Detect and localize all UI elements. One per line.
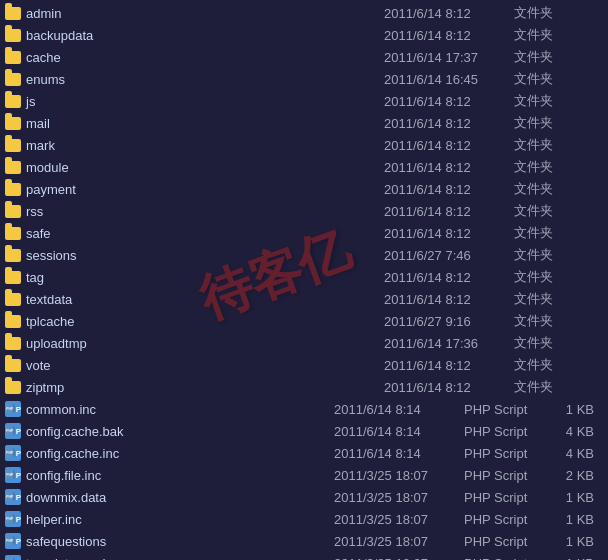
list-item[interactable]: enums2011/6/14 16:45文件夹 — [0, 68, 608, 90]
file-name: sessions — [26, 248, 384, 263]
file-date: 2011/6/27 9:16 — [384, 314, 514, 329]
file-name: tag — [26, 270, 384, 285]
php-file-icon: PHP — [4, 489, 22, 505]
file-size: 2 KB — [554, 468, 604, 483]
svg-rect-22 — [13, 516, 15, 523]
folder-icon — [4, 71, 22, 87]
folder-icon — [4, 115, 22, 131]
svg-rect-2 — [13, 406, 15, 413]
file-name: uploadtmp — [26, 336, 384, 351]
list-item[interactable]: PHP template.rand2011/3/25 18:07PHP Scri… — [0, 552, 608, 560]
file-type: 文件夹 — [514, 180, 604, 198]
file-name: enums — [26, 72, 384, 87]
file-name: downmix.data — [26, 490, 334, 505]
svg-marker-17 — [13, 492, 15, 494]
file-type: 文件夹 — [514, 70, 604, 88]
file-type: 文件夹 — [514, 114, 604, 132]
folder-icon — [4, 49, 22, 65]
list-item[interactable]: PHP common.inc2011/6/14 8:14PHP Script1 … — [0, 398, 608, 420]
list-item[interactable]: admin2011/6/14 8:12文件夹 — [0, 2, 608, 24]
list-item[interactable]: ziptmp2011/6/14 8:12文件夹 — [0, 376, 608, 398]
list-item[interactable]: js2011/6/14 8:12文件夹 — [0, 90, 608, 112]
svg-marker-1 — [13, 404, 15, 406]
file-date: 2011/6/14 8:12 — [384, 28, 514, 43]
svg-rect-10 — [13, 450, 15, 457]
list-item[interactable]: payment2011/6/14 8:12文件夹 — [0, 178, 608, 200]
file-date: 2011/6/14 8:12 — [384, 270, 514, 285]
file-type: PHP Script — [464, 424, 554, 439]
file-type: 文件夹 — [514, 224, 604, 242]
file-date: 2011/6/14 8:12 — [384, 116, 514, 131]
list-item[interactable]: vote2011/6/14 8:12文件夹 — [0, 354, 608, 376]
file-type: 文件夹 — [514, 92, 604, 110]
file-name: mark — [26, 138, 384, 153]
svg-marker-5 — [13, 426, 15, 428]
file-name: backupdata — [26, 28, 384, 43]
list-item[interactable]: tplcache2011/6/27 9:16文件夹 — [0, 310, 608, 332]
php-file-icon: PHP — [4, 555, 22, 560]
list-item[interactable]: PHP downmix.data2011/3/25 18:07PHP Scrip… — [0, 486, 608, 508]
list-item[interactable]: tag2011/6/14 8:12文件夹 — [0, 266, 608, 288]
file-date: 2011/6/14 8:12 — [384, 160, 514, 175]
file-name: safequestions — [26, 534, 334, 549]
file-type: PHP Script — [464, 490, 554, 505]
list-item[interactable]: textdata2011/6/14 8:12文件夹 — [0, 288, 608, 310]
file-date: 2011/3/25 18:07 — [334, 468, 464, 483]
file-type: 文件夹 — [514, 246, 604, 264]
list-item[interactable]: sessions2011/6/27 7:46文件夹 — [0, 244, 608, 266]
list-item[interactable]: backupdata2011/6/14 8:12文件夹 — [0, 24, 608, 46]
folder-icon — [4, 313, 22, 329]
svg-rect-14 — [13, 472, 15, 479]
file-size: 1 KB — [554, 534, 604, 549]
file-type: 文件夹 — [514, 136, 604, 154]
file-size: 1 KB — [554, 512, 604, 527]
folder-icon — [4, 203, 22, 219]
list-item[interactable]: PHP safequestions2011/3/25 18:07PHP Scri… — [0, 530, 608, 552]
list-item[interactable]: PHP config.cache.bak2011/6/14 8:14PHP Sc… — [0, 420, 608, 442]
file-size: 1 KB — [554, 490, 604, 505]
svg-text:PHP: PHP — [6, 473, 14, 477]
file-date: 2011/6/14 8:12 — [384, 380, 514, 395]
folder-icon — [4, 335, 22, 351]
list-item[interactable]: module2011/6/14 8:12文件夹 — [0, 156, 608, 178]
php-file-icon: PHP — [4, 467, 22, 483]
folder-icon — [4, 27, 22, 43]
folder-icon — [4, 225, 22, 241]
file-name: ziptmp — [26, 380, 384, 395]
file-date: 2011/6/14 8:14 — [334, 424, 464, 439]
list-item[interactable]: rss2011/6/14 8:12文件夹 — [0, 200, 608, 222]
file-date: 2011/6/14 8:12 — [384, 138, 514, 153]
folder-icon — [4, 93, 22, 109]
list-item[interactable]: mail2011/6/14 8:12文件夹 — [0, 112, 608, 134]
list-item[interactable]: uploadtmp2011/6/14 17:36文件夹 — [0, 332, 608, 354]
folder-icon — [4, 181, 22, 197]
file-type: 文件夹 — [514, 202, 604, 220]
list-item[interactable]: mark2011/6/14 8:12文件夹 — [0, 134, 608, 156]
list-item[interactable]: PHP helper.inc2011/3/25 18:07PHP Script1… — [0, 508, 608, 530]
list-item[interactable]: PHP config.file.inc2011/3/25 18:07PHP Sc… — [0, 464, 608, 486]
file-size: 1 KB — [554, 402, 604, 417]
file-name: mail — [26, 116, 384, 131]
svg-text:PHP: PHP — [6, 407, 14, 411]
file-date: 2011/6/14 8:12 — [384, 94, 514, 109]
file-name: cache — [26, 50, 384, 65]
file-type: 文件夹 — [514, 158, 604, 176]
file-date: 2011/6/14 8:12 — [384, 6, 514, 21]
file-name: config.cache.inc — [26, 446, 334, 461]
svg-text:PHP: PHP — [6, 495, 14, 499]
file-date: 2011/6/14 8:12 — [384, 226, 514, 241]
list-item[interactable]: safe2011/6/14 8:12文件夹 — [0, 222, 608, 244]
file-list: admin2011/6/14 8:12文件夹backupdata2011/6/1… — [0, 0, 608, 560]
list-item[interactable]: PHP config.cache.inc2011/6/14 8:14PHP Sc… — [0, 442, 608, 464]
file-type: 文件夹 — [514, 290, 604, 308]
svg-text:PHP: PHP — [6, 539, 14, 543]
file-date: 2011/6/14 17:36 — [384, 336, 514, 351]
file-name: config.file.inc — [26, 468, 334, 483]
svg-marker-25 — [13, 536, 15, 538]
file-type: 文件夹 — [514, 268, 604, 286]
folder-icon — [4, 357, 22, 373]
file-type: 文件夹 — [514, 356, 604, 374]
file-date: 2011/3/25 18:07 — [334, 512, 464, 527]
file-name: safe — [26, 226, 384, 241]
list-item[interactable]: cache2011/6/14 17:37文件夹 — [0, 46, 608, 68]
